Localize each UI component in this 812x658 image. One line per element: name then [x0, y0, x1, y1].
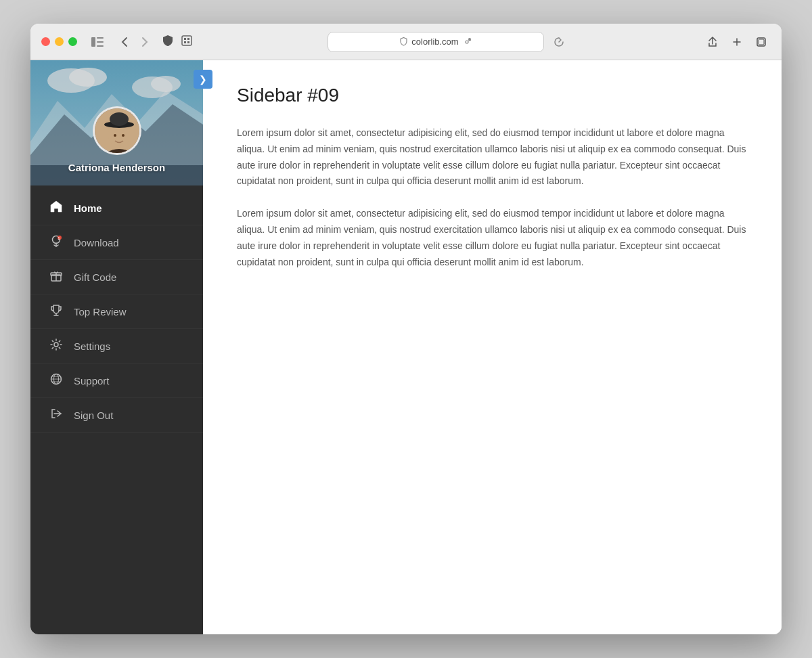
svg-point-27 — [122, 134, 125, 137]
url-text: colorlib.com — [411, 37, 458, 47]
sidebar-item-settings-label: Settings — [74, 341, 110, 352]
svg-point-9 — [468, 38, 471, 41]
sidebar-item-giftcode-label: Gift Code — [74, 271, 116, 283]
sidebar-toggle-button[interactable]: ❯ — [194, 70, 212, 89]
sidebar-toggle-icon[interactable] — [88, 32, 107, 51]
share-button[interactable] — [703, 32, 722, 51]
nav-buttons — [115, 32, 154, 51]
security-icon — [162, 35, 173, 49]
svg-rect-0 — [91, 37, 95, 47]
svg-rect-4 — [182, 36, 191, 45]
svg-rect-5 — [184, 38, 186, 40]
svg-point-33 — [54, 343, 58, 347]
sidebar-item-home[interactable]: Home — [30, 191, 203, 225]
app-container: Catriona Henderson Home 1 Download — [30, 60, 782, 634]
svg-rect-1 — [97, 37, 104, 39]
close-button[interactable] — [41, 37, 50, 46]
browser-window: colorlib.com — [30, 24, 782, 634]
right-browser-buttons — [703, 32, 771, 51]
new-tab-button[interactable] — [727, 32, 746, 51]
maximize-button[interactable] — [68, 37, 77, 46]
svg-point-26 — [114, 134, 116, 137]
download-icon: 1 — [49, 235, 63, 250]
svg-rect-3 — [97, 45, 104, 47]
svg-rect-8 — [187, 41, 189, 43]
content-area: Sidebar #09 Lorem ipsum dolor sit amet, … — [203, 60, 782, 313]
sidebar-item-download-label: Download — [74, 237, 119, 248]
sidebar-item-topreview[interactable]: Top Review — [30, 294, 203, 329]
svg-text:1: 1 — [58, 236, 60, 240]
url-bar-container: colorlib.com — [200, 32, 695, 52]
svg-rect-6 — [187, 38, 189, 40]
sidebar-profile: Catriona Henderson — [30, 60, 203, 185]
home-icon — [49, 200, 63, 215]
svg-rect-7 — [184, 41, 186, 43]
back-button[interactable] — [115, 32, 134, 51]
paragraph-2: Lorem ipsum dolor sit amet, consectetur … — [237, 206, 748, 270]
trophy-icon — [49, 304, 63, 319]
sidebar-nav: Home 1 Download Gift Code — [30, 185, 203, 634]
gift-icon — [49, 269, 63, 284]
support-icon — [49, 373, 63, 388]
sidebar-item-topreview-label: Top Review — [74, 306, 127, 317]
reload-button[interactable] — [549, 32, 568, 51]
sidebar-item-signout[interactable]: Sign Out — [30, 398, 203, 433]
traffic-lights — [41, 37, 77, 46]
svg-point-25 — [110, 112, 129, 126]
settings-icon — [49, 338, 63, 353]
page-title: Sidebar #09 — [237, 85, 748, 106]
avatar — [93, 106, 141, 155]
chevron-right-icon: ❯ — [199, 74, 207, 85]
tab-overview-button[interactable] — [752, 32, 771, 51]
sidebar-item-download[interactable]: 1 Download — [30, 225, 203, 260]
sidebar-item-signout-label: Sign Out — [74, 410, 113, 421]
svg-rect-11 — [759, 39, 764, 45]
url-bar[interactable]: colorlib.com — [328, 32, 544, 52]
sidebar-item-giftcode[interactable]: Gift Code — [30, 260, 203, 294]
browser-chrome: colorlib.com — [30, 24, 782, 60]
profile-name: Catriona Henderson — [68, 162, 165, 173]
forward-button[interactable] — [135, 32, 154, 51]
svg-rect-2 — [97, 41, 104, 43]
main-content: ❯ Sidebar #09 Lorem ipsum dolor sit amet… — [203, 60, 782, 634]
paragraph-1: Lorem ipsum dolor sit amet, consectetur … — [237, 125, 748, 190]
sidebar-item-support[interactable]: Support — [30, 364, 203, 398]
sidebar-item-support-label: Support — [74, 375, 110, 387]
signout-icon — [49, 408, 63, 422]
sidebar: Catriona Henderson Home 1 Download — [30, 60, 203, 634]
extension-icon — [181, 35, 192, 49]
sidebar-item-settings[interactable]: Settings — [30, 329, 203, 364]
minimize-button[interactable] — [55, 37, 64, 46]
sidebar-item-home-label: Home — [74, 202, 102, 214]
